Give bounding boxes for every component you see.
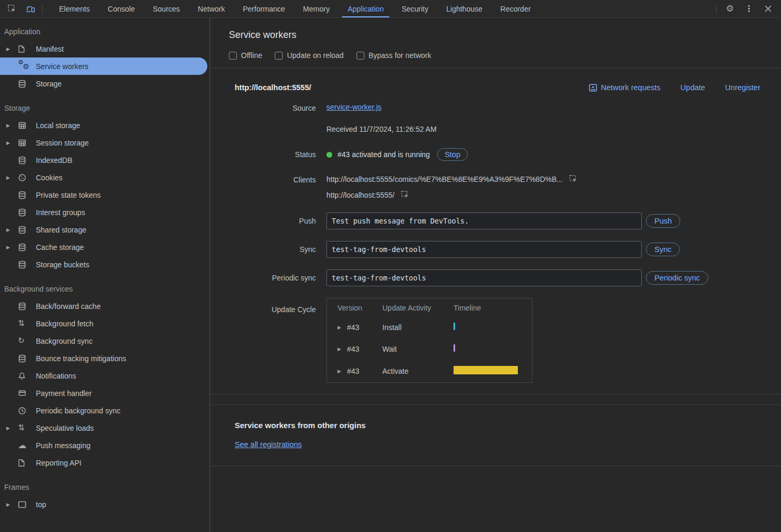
sync-button[interactable]: Sync xyxy=(646,243,680,256)
sidebar-item[interactable]: ▶ Private state tokens xyxy=(0,186,209,204)
expand-arrow-icon[interactable]: ▶ xyxy=(6,425,18,431)
database-icon xyxy=(18,243,32,252)
stop-button[interactable]: Stop xyxy=(437,148,468,161)
database-icon xyxy=(18,302,32,311)
sidebar-item[interactable]: ▶ Local storage xyxy=(0,117,209,134)
service-workers-panel: Service workers Offline Update on reload xyxy=(210,18,781,532)
panel-tab[interactable]: Console xyxy=(99,0,143,17)
sidebar-item[interactable]: ▶ IndexedDB xyxy=(0,151,209,169)
column-header: Timeline xyxy=(454,304,532,312)
credit-card-icon xyxy=(18,389,32,397)
panel-tab[interactable]: Network xyxy=(189,0,234,17)
focus-client-button[interactable] xyxy=(569,175,578,183)
document-icon xyxy=(18,45,32,53)
frame-icon xyxy=(18,501,32,508)
update-link[interactable]: Update xyxy=(680,83,705,92)
timeline-bar xyxy=(454,344,455,352)
sidebar-item[interactable]: ▶ Shared storage xyxy=(0,221,209,238)
sidebar-item[interactable]: ▶ Back/forward cache xyxy=(0,297,209,315)
sw-option-checkbox[interactable]: Update on reload xyxy=(275,51,343,60)
sidebar-item[interactable]: ▶ ⚙⚙ Service workers xyxy=(0,57,207,75)
bell-icon xyxy=(18,372,32,380)
settings-button[interactable]: ⚙ xyxy=(722,2,738,16)
focus-client-button[interactable] xyxy=(401,190,410,199)
sidebar-item[interactable]: ▶ Reporting API xyxy=(0,454,209,471)
checkbox-label: Bypass for network xyxy=(369,51,431,60)
sidebar-item[interactable]: ▶ ⇅ Background fetch xyxy=(0,315,209,332)
sidebar-item-label: Background sync xyxy=(36,337,92,345)
sidebar-item[interactable]: ▶ Storage buckets xyxy=(0,256,209,273)
up-down-arrows-icon: ⇅ xyxy=(18,320,32,327)
clients-label: Clients xyxy=(235,175,316,206)
expand-arrow-icon[interactable]: ▶ xyxy=(6,175,18,180)
sidebar-item[interactable]: ▶ Interest groups xyxy=(0,204,209,221)
panel-tab[interactable]: Performance xyxy=(234,0,294,17)
inspect-element-button[interactable] xyxy=(4,2,20,16)
expand-arrow-icon[interactable]: ▶ xyxy=(6,502,18,507)
expand-arrow-icon[interactable]: ▶ xyxy=(6,123,18,128)
panel-tab[interactable]: Recorder xyxy=(491,0,540,17)
periodic-sync-button[interactable]: Periodic sync xyxy=(646,271,708,285)
status-text: #43 activated and is running xyxy=(338,150,430,159)
sw-option-checkbox[interactable]: Offline xyxy=(229,51,262,60)
panel-tab[interactable]: Elements xyxy=(50,0,99,17)
version-value: #43 xyxy=(347,367,359,375)
sidebar-item-label: Private state tokens xyxy=(36,191,101,199)
sw-option-checkbox[interactable]: Bypass for network xyxy=(356,51,431,60)
checkbox-label: Offline xyxy=(241,51,262,60)
sidebar-item-label: Storage buckets xyxy=(36,260,89,269)
sidebar-item-label: Storage xyxy=(36,80,62,88)
expand-arrow-icon[interactable]: ▶ xyxy=(6,46,18,52)
sidebar-item-label: Notifications xyxy=(36,372,76,380)
sidebar-item[interactable]: ▶ Bounce tracking mitigations xyxy=(0,350,209,367)
checkbox-box xyxy=(275,52,283,60)
database-icon xyxy=(18,191,32,199)
sidebar-item[interactable]: ▶ ☁ Push messaging xyxy=(0,437,209,454)
close-devtools-button[interactable] xyxy=(760,2,776,16)
device-toolbar-icon xyxy=(25,4,35,14)
expand-arrow-icon[interactable]: ▶ xyxy=(338,369,347,374)
sidebar-item[interactable]: ▶ ↻ Background sync xyxy=(0,332,209,350)
sidebar-item[interactable]: ▶ Cookies xyxy=(0,169,209,186)
sync-tag-input[interactable] xyxy=(326,241,642,258)
push-label: Push xyxy=(235,217,316,225)
panel-tab[interactable]: Sources xyxy=(144,0,189,17)
sidebar-item[interactable]: ▶ top xyxy=(0,496,209,513)
panel-tab[interactable]: Security xyxy=(393,0,438,17)
sidebar-item[interactable]: ▶ Session storage xyxy=(0,134,209,151)
sidebar-item[interactable]: ▶ ⇅ Speculative loads xyxy=(0,419,209,437)
push-button[interactable]: Push xyxy=(646,214,680,228)
panel-tab[interactable]: Lighthouse xyxy=(437,0,491,17)
activity-value: Install xyxy=(382,323,454,332)
expand-arrow-icon[interactable]: ▶ xyxy=(6,140,18,146)
section-title: Application xyxy=(0,24,209,40)
periodic-sync-tag-input[interactable] xyxy=(326,269,642,286)
sidebar-item[interactable]: ▶ Periodic background sync xyxy=(0,402,209,419)
sidebar-item[interactable]: ▶ Manifest xyxy=(0,40,209,57)
expand-arrow-icon[interactable]: ▶ xyxy=(6,245,18,250)
section-title: Frames xyxy=(0,480,209,496)
push-message-input[interactable] xyxy=(326,212,642,229)
sidebar-section-storage: Storage ▶ Local storage ▶ xyxy=(0,101,209,273)
network-requests-link[interactable]: Network requests xyxy=(589,83,661,92)
sidebar-item[interactable]: ▶ Notifications xyxy=(0,367,209,384)
source-file-link[interactable]: service-worker.js xyxy=(326,103,381,111)
sidebar-item[interactable]: ▶ Cache storage xyxy=(0,238,209,256)
cloud-icon: ☁ xyxy=(18,441,32,450)
device-toolbar-button[interactable] xyxy=(22,2,38,16)
unregister-link[interactable]: Unregister xyxy=(725,83,760,92)
panel-tab[interactable]: Memory xyxy=(294,0,339,17)
sync-arrows-icon: ↻ xyxy=(18,337,32,345)
expand-arrow-icon[interactable]: ▶ xyxy=(338,325,347,330)
panel-tab[interactable]: Application xyxy=(339,0,393,17)
more-options-button[interactable]: ⋮ xyxy=(741,2,757,16)
expand-arrow-icon[interactable]: ▶ xyxy=(338,346,347,352)
see-all-registrations-link[interactable]: See all registrations xyxy=(235,440,302,449)
timeline-bar xyxy=(454,323,455,330)
source-label: Source xyxy=(235,103,316,112)
sidebar-item[interactable]: ▶ Storage xyxy=(0,75,209,92)
table-icon xyxy=(18,121,32,130)
expand-arrow-icon[interactable]: ▶ xyxy=(6,227,18,233)
sidebar-item[interactable]: ▶ Payment handler xyxy=(0,384,209,402)
sidebar-item-label: Speculative loads xyxy=(36,424,94,432)
